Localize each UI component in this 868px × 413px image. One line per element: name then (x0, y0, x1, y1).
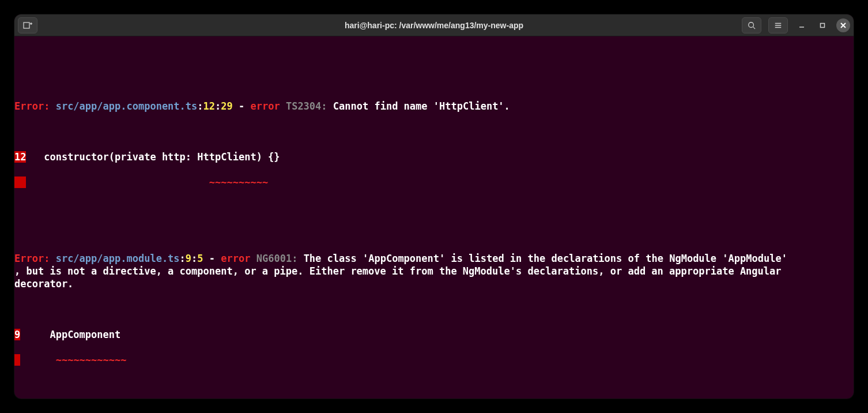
underline-line: ~~~~~~~~~~~~ (14, 354, 127, 366)
error1-line: Error: src/app/app.component.ts:12:29 - … (14, 100, 510, 112)
error-file: src/app/app.module.ts (56, 253, 180, 264)
error-code: NG6001: (251, 253, 304, 264)
sep: : (215, 100, 221, 112)
svg-rect-9 (821, 23, 825, 27)
error-label: Error: (14, 253, 56, 264)
new-tab-button[interactable] (18, 17, 37, 33)
underline: ~~~~~~~~~~~~ (56, 354, 127, 366)
search-button[interactable] (742, 17, 761, 33)
dash: - (233, 100, 251, 112)
gutter (14, 354, 20, 366)
code-text: AppComponent (20, 329, 120, 340)
hamburger-icon (774, 21, 782, 29)
pad (26, 177, 209, 188)
error2-line: Error: src/app/app.module.ts:9:5 - error… (14, 253, 787, 290)
code-text: constructor(private http: HttpClient) {} (26, 151, 280, 163)
pad (20, 354, 55, 366)
terminal-window: hari@hari-pc: /var/www/me/ang13/my-new-a… (14, 14, 854, 399)
close-icon (840, 22, 846, 28)
minimize-icon (799, 22, 805, 28)
underline: ~~~~~~~~~~ (209, 177, 268, 188)
maximize-icon (820, 22, 825, 28)
sep: : (197, 100, 203, 112)
error-file: src/app/app.component.ts (56, 100, 198, 112)
error-word: error (221, 253, 250, 264)
terminal-output[interactable]: Error: src/app/app.component.ts:12:29 - … (14, 36, 854, 399)
underline-line: ~~~~~~~~~~ (14, 177, 268, 188)
error-code: TS2304: (280, 100, 333, 112)
window-title: hari@hari-pc: /var/www/me/ang13/my-new-a… (345, 21, 523, 30)
maximize-button[interactable] (816, 18, 829, 32)
error-col-num: 29 (221, 100, 232, 112)
code-line: 12 constructor(private http: HttpClient)… (14, 151, 280, 163)
titlebar-left (18, 17, 37, 33)
minimize-button[interactable] (795, 18, 809, 32)
line-number-box: 12 (14, 151, 26, 163)
svg-line-4 (753, 27, 756, 29)
error-word: error (250, 100, 280, 112)
close-button[interactable] (836, 18, 850, 32)
sep: : (180, 253, 186, 264)
error-col-num: 5 (197, 253, 203, 264)
gutter (14, 177, 26, 188)
svg-rect-0 (24, 22, 29, 28)
dash: - (203, 253, 221, 264)
error-line-num: 12 (203, 100, 215, 112)
sep: : (191, 253, 197, 264)
svg-point-3 (749, 22, 754, 27)
line-number-box: 9 (14, 329, 20, 340)
code-line: 9 AppComponent (14, 329, 120, 340)
titlebar-right (742, 17, 850, 33)
menu-button[interactable] (768, 17, 788, 33)
error-line-num: 9 (186, 253, 191, 264)
error-label: Error: (14, 100, 56, 112)
search-icon (748, 21, 756, 29)
new-tab-icon (23, 21, 32, 30)
titlebar: hari@hari-pc: /var/www/me/ang13/my-new-a… (14, 14, 854, 36)
error-message: Cannot find name 'HttpClient'. (333, 100, 510, 112)
